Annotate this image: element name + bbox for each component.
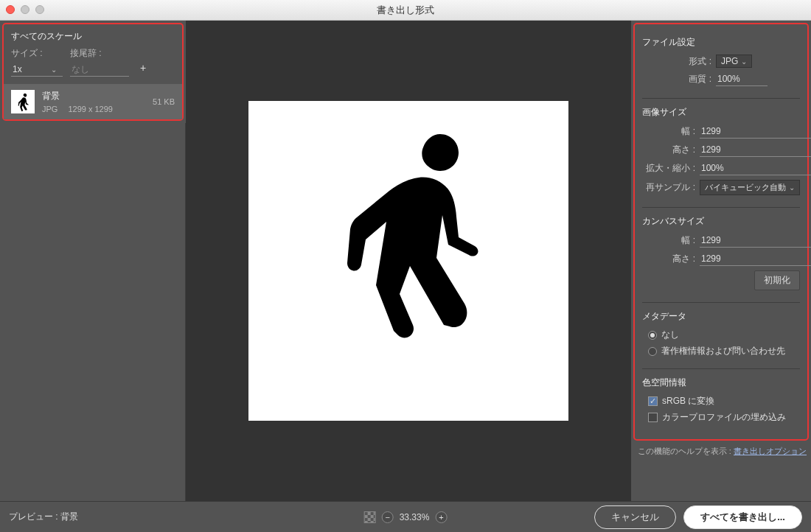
format-select[interactable]: JPG [721, 56, 738, 66]
checkbox-icon [648, 413, 658, 422]
srgb-checkbox[interactable]: ✓ sRGB に変換 [648, 395, 800, 407]
minimize-icon [21, 5, 29, 14]
maximize-icon [35, 5, 44, 14]
height-input[interactable] [700, 143, 811, 157]
suffix-input[interactable] [70, 63, 129, 77]
preview-label: プレビュー : 背景 [9, 511, 78, 523]
zoom-in-button[interactable]: + [435, 511, 447, 523]
height-label: 高さ : [642, 144, 695, 156]
width-input[interactable] [700, 125, 811, 139]
asset-dimensions: 1299 x 1299 [68, 105, 113, 113]
size-label: サイズ : [11, 47, 63, 60]
metadata-title: メタデータ [642, 310, 800, 323]
preview-canvas[interactable] [248, 101, 568, 421]
export-all-button[interactable]: すべてを書き出し... [683, 505, 802, 529]
asset-thumbnail [11, 90, 35, 113]
asset-format: JPG [42, 105, 58, 113]
help-link[interactable]: 書き出しオプション [734, 447, 807, 455]
reset-button[interactable]: 初期化 [754, 270, 800, 290]
resample-select[interactable]: バイキュービック自動 [705, 182, 786, 193]
metadata-copyright-label: 著作権情報および問い合わせ先 [661, 345, 785, 357]
close-icon[interactable] [6, 5, 15, 14]
window-controls [6, 5, 44, 14]
chevron-down-icon[interactable]: ⌄ [48, 66, 60, 74]
asset-row[interactable]: 背景 JPG 1299 x 1299 51 KB [4, 84, 182, 119]
left-panel: すべてのスケール サイズ : ⌄ 接尾辞 : + [0, 21, 186, 501]
radio-icon [648, 347, 657, 356]
radio-icon [648, 331, 657, 340]
metadata-copyright-radio[interactable]: 著作権情報および問い合わせ先 [648, 345, 800, 357]
asset-filesize: 51 KB [153, 97, 175, 106]
canvas-width-label: 幅 : [642, 234, 695, 247]
running-figure-icon [298, 121, 519, 401]
cancel-button[interactable]: キャンセル [594, 505, 676, 529]
preview-area [186, 21, 631, 501]
chevron-down-icon[interactable]: ⌄ [738, 57, 750, 66]
left-panel-title: すべてのスケール [11, 30, 175, 43]
resample-label: 再サンプル : [642, 181, 695, 194]
zoom-out-button[interactable]: − [382, 511, 394, 523]
right-panel: ファイル設定 形式 : JPG ⌄ 画質 : ⌄ [631, 21, 811, 501]
srgb-label: sRGB に変換 [662, 395, 714, 407]
format-label: 形式 : [642, 55, 711, 68]
colorspace-title: 色空間情報 [642, 377, 800, 389]
left-highlight: すべてのスケール サイズ : ⌄ 接尾辞 : + [2, 23, 184, 121]
scale-input[interactable] [700, 161, 811, 175]
width-label: 幅 : [642, 125, 695, 138]
titlebar: 書き出し形式 [0, 0, 811, 21]
chevron-down-icon[interactable]: ⌄ [786, 183, 798, 192]
embed-profile-label: カラープロファイルの埋め込み [662, 411, 786, 424]
checkbox-icon: ✓ [648, 396, 658, 406]
canvas-height-label: 高さ : [642, 253, 695, 265]
zoom-value: 33.33% [400, 512, 430, 522]
metadata-none-label: なし [661, 329, 679, 341]
zoom-controls: − 33.33% + [364, 511, 448, 523]
canvas-size-title: カンバスサイズ [642, 215, 800, 228]
scale-label: 拡大・縮小 : [642, 162, 695, 175]
metadata-none-radio[interactable]: なし [648, 329, 800, 341]
help-text: この機能のヘルプを表示 : 書き出しオプション [631, 443, 811, 457]
window-title: 書き出し形式 [377, 4, 434, 17]
swatch-button[interactable] [364, 511, 376, 523]
canvas-width-input[interactable] [700, 234, 811, 248]
suffix-label: 接尾辞 : [70, 47, 129, 60]
quality-label: 画質 : [642, 73, 711, 85]
footer: プレビュー : 背景 − 33.33% + キャンセル すべてを書き出し... [0, 501, 811, 532]
embed-profile-checkbox[interactable]: カラープロファイルの埋め込み [648, 411, 800, 424]
size-select[interactable] [11, 63, 48, 76]
add-scale-button[interactable]: + [136, 62, 150, 75]
asset-name: 背景 [42, 90, 113, 102]
file-settings-title: ファイル設定 [642, 36, 800, 49]
canvas-height-input[interactable] [700, 252, 811, 266]
quality-input[interactable] [716, 72, 811, 85]
image-size-title: 画像サイズ [642, 106, 800, 119]
